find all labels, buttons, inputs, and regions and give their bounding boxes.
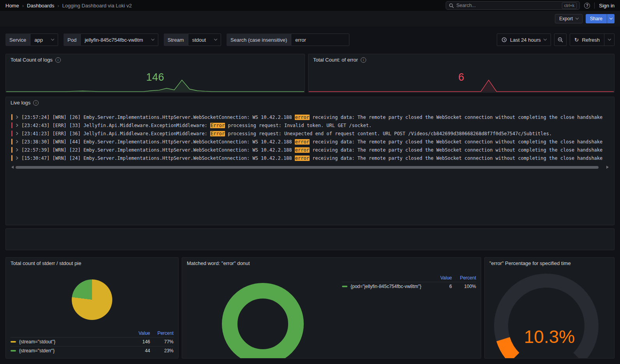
legend-label-text: {stream="stderr"} [19,348,55,353]
log-row[interactable]: [23:41:23] [ERR] [36] Jellyfin.Api.Middl… [11,129,609,138]
expand-chevron-icon[interactable] [15,140,19,143]
panel-title: Live logs [11,100,30,106]
chevron-down-icon [151,37,154,41]
divider [594,2,595,9]
breadcrumb: Home › Dashboards › Logging Dashboard vi… [5,3,132,9]
time-range-label: Last 24 hours [510,37,541,43]
log-message: [23:57:24] [WRN] [26] Emby.Server.Implem… [21,115,602,120]
pie-chart[interactable] [72,279,112,320]
expand-chevron-icon[interactable] [15,115,19,119]
zoom-out-button[interactable] [554,34,567,46]
legend-label[interactable]: {stream="stdout"} [11,339,130,345]
refresh-button-label: Refresh [582,37,600,43]
global-search-input[interactable] [456,3,559,8]
service-filter-label: Service [5,34,30,46]
search-filter-label: Search (case insensitive) [227,34,291,46]
scrollbar-track[interactable] [16,166,604,169]
log-message: [15:30:47] [WRN] [24] Emby.Server.Implem… [21,155,602,161]
panel-title: Total Count: of error [313,57,358,63]
legend-item-stderr: {stream="stderr"} 44 23% [11,346,174,355]
share-menu-button[interactable] [607,14,615,23]
log-message: [23:38:30] [WRN] [44] Emby.Server.Implem… [21,139,602,145]
pie-legend: Value Percent {stream="stdout"} 146 77% … [11,329,174,355]
global-search[interactable]: ctrl+k [446,1,580,10]
pod-filter: Pod jellyfin-845c754fbc-vw8tm [64,34,158,46]
log-row[interactable]: [23:38:30] [WRN] [44] Emby.Server.Implem… [11,138,609,146]
highlighted-match: error [295,155,310,161]
service-filter: Service app [5,34,58,46]
log-level-indicator [11,139,12,145]
legend-item-stdout: {stream="stdout"} 146 77% [11,337,174,346]
dashboard-toolbar: Export Share [0,11,620,27]
log-search-input[interactable] [291,34,349,46]
panel-title: Matched word: "error" donut [187,260,250,266]
chevron-down-icon [609,16,612,19]
zoom-out-icon [558,37,563,42]
share-button[interactable]: Share [586,14,607,23]
panel-stdout-stderr-pie: Total count of stderr / stdout pie Value… [5,257,179,359]
pod-filter-label: Pod [64,34,80,46]
log-message: [22:57:39] [WRN] [22] Emby.Server.Implem… [21,147,602,153]
log-row[interactable]: [22:57:39] [WRN] [22] Emby.Server.Implem… [11,146,609,154]
filter-bar: Service app Pod jellyfin-845c754fbc-vw8t… [0,27,620,48]
sparkline-errors [309,79,614,92]
log-level-indicator [11,114,12,120]
stream-filter-select[interactable]: stdout [188,34,221,46]
legend-label[interactable]: {pod="jellyfin-845c754fbc-vw8tm"} [342,284,432,289]
log-level-indicator [11,131,12,136]
export-button-label: Export [559,16,573,21]
legend-label[interactable]: {stream="stderr"} [11,348,130,353]
chevron-down-icon [51,37,54,41]
series-swatch [11,341,16,343]
expand-chevron-icon[interactable] [15,132,19,135]
breadcrumb-home[interactable]: Home [5,3,19,9]
service-filter-value: app [34,37,43,43]
panel-live-logs: Live logs i [23:57:24] [WRN] [26] Emby.S… [5,97,615,225]
breadcrumb-current: Logging Dashboard via Loki v2 [62,3,132,9]
sparkline-logs [6,79,304,92]
legend-header-percent: Percent [452,275,476,281]
log-row[interactable]: [15:30:47] [WRN] [24] Emby.Server.Implem… [11,154,609,162]
top-navigation: Home › Dashboards › Logging Dashboard vi… [0,0,620,11]
time-range-picker[interactable]: Last 24 hours [497,34,551,46]
legend-value: 146 [130,339,150,345]
refresh-interval-button[interactable] [604,34,615,46]
stream-filter-label: Stream [164,34,188,46]
sign-in-link[interactable]: Sign in [599,3,615,9]
legend-percent: 100% [452,284,476,289]
breadcrumb-dashboards[interactable]: Dashboards [27,3,54,9]
gauge-value: 10.3% [485,326,614,347]
info-icon[interactable]: i [361,57,366,63]
highlighted-match: error [295,147,310,153]
logs-horizontal-scrollbar[interactable] [11,166,609,169]
info-icon[interactable]: i [55,57,61,63]
log-row[interactable]: [23:57:24] [WRN] [26] Emby.Server.Implem… [11,113,609,121]
scroll-left-arrow-icon[interactable] [11,166,14,169]
donut-chart[interactable] [221,283,304,359]
info-icon[interactable]: i [33,100,39,106]
scrollbar-thumb[interactable] [16,166,599,169]
highlighted-match: Error [210,131,225,136]
breadcrumb-separator: › [22,3,24,9]
chevron-down-icon [608,37,611,41]
breadcrumb-separator: › [57,3,59,9]
export-button[interactable]: Export [555,14,583,23]
legend-percent: 23% [150,348,174,353]
chevron-down-icon [576,16,579,19]
expand-chevron-icon[interactable] [15,156,19,160]
log-row[interactable]: [23:42:43] [ERR] [33] Jellyfin.Api.Middl… [11,121,609,129]
scroll-right-arrow-icon[interactable] [606,166,609,169]
pod-filter-select[interactable]: jellyfin-845c754fbc-vw8tm [80,34,158,46]
help-icon[interactable]: ? [584,3,590,9]
expand-chevron-icon[interactable] [15,124,19,127]
search-filter: Search (case insensitive) [227,34,349,46]
legend-item-pod: {pod="jellyfin-845c754fbc-vw8tm"} 6 100% [342,282,476,291]
refresh-button[interactable]: ↻ Refresh [570,34,604,46]
legend-value: 6 [432,284,452,289]
expand-chevron-icon[interactable] [15,148,19,152]
service-filter-select[interactable]: app [30,34,58,46]
legend-header-value: Value [130,330,150,336]
series-swatch [11,350,16,352]
highlighted-match: Error [210,123,225,128]
log-level-indicator [11,122,12,128]
